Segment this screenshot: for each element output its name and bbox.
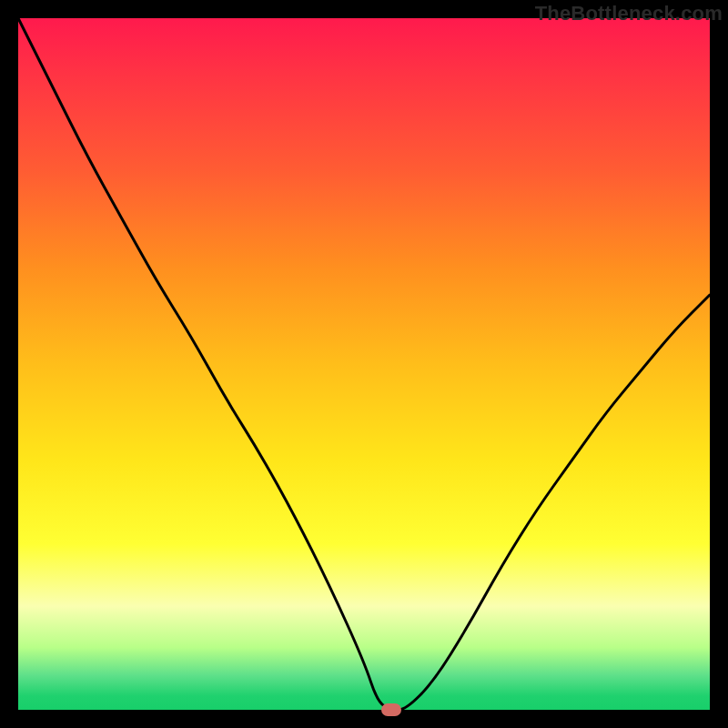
plot-area <box>18 18 710 710</box>
curve-path <box>18 18 710 710</box>
optimal-marker <box>381 703 401 716</box>
watermark-text: TheBottleneck.com <box>535 2 723 25</box>
bottleneck-curve <box>18 18 710 710</box>
chart-frame: TheBottleneck.com <box>0 0 728 728</box>
